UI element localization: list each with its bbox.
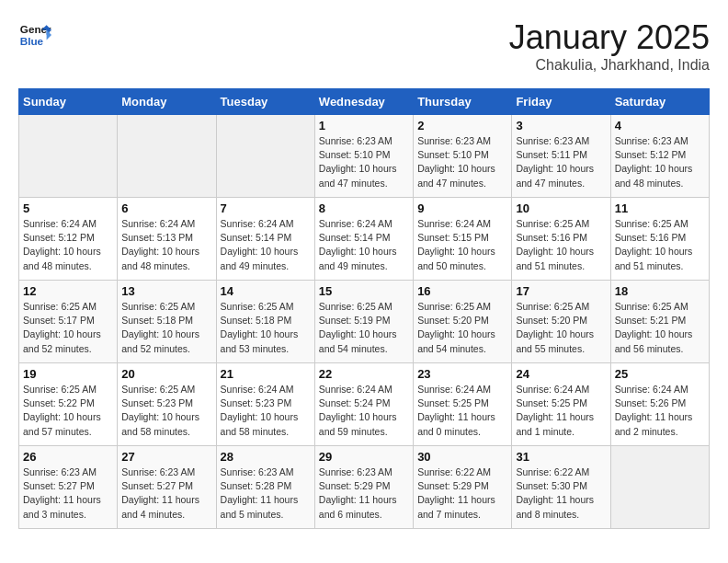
- day-info: Sunrise: 6:24 AM Sunset: 5:25 PM Dayligh…: [417, 383, 507, 439]
- calendar-cell: 6Sunrise: 6:24 AM Sunset: 5:13 PM Daylig…: [118, 198, 216, 281]
- day-info: Sunrise: 6:25 AM Sunset: 5:19 PM Dayligh…: [319, 300, 409, 356]
- calendar-cell: 9Sunrise: 6:24 AM Sunset: 5:15 PM Daylig…: [414, 198, 512, 281]
- day-number: 6: [121, 201, 211, 215]
- calendar-cell: 22Sunrise: 6:24 AM Sunset: 5:24 PM Dayli…: [314, 363, 413, 446]
- day-info: Sunrise: 6:25 AM Sunset: 5:21 PM Dayligh…: [615, 300, 705, 356]
- day-info: Sunrise: 6:23 AM Sunset: 5:12 PM Dayligh…: [615, 134, 705, 190]
- day-info: Sunrise: 6:24 AM Sunset: 5:24 PM Dayligh…: [319, 383, 409, 439]
- calendar-cell: 1Sunrise: 6:23 AM Sunset: 5:10 PM Daylig…: [314, 115, 413, 198]
- svg-text:Blue: Blue: [20, 35, 44, 47]
- weekday-header-tuesday: Tuesday: [216, 89, 314, 115]
- calendar-cell: 29Sunrise: 6:23 AM Sunset: 5:29 PM Dayli…: [314, 446, 413, 529]
- day-info: Sunrise: 6:23 AM Sunset: 5:28 PM Dayligh…: [221, 465, 311, 522]
- calendar-cell: 23Sunrise: 6:24 AM Sunset: 5:25 PM Dayli…: [414, 363, 512, 446]
- day-number: 12: [23, 284, 113, 298]
- calendar-cell: 14Sunrise: 6:25 AM Sunset: 5:18 PM Dayli…: [216, 281, 314, 363]
- calendar-title: January 2025: [509, 18, 710, 57]
- calendar-cell: 18Sunrise: 6:25 AM Sunset: 5:21 PM Dayli…: [610, 281, 709, 363]
- day-number: 29: [319, 450, 409, 464]
- calendar-cell: 31Sunrise: 6:22 AM Sunset: 5:30 PM Dayli…: [512, 446, 610, 529]
- day-info: Sunrise: 6:24 AM Sunset: 5:13 PM Dayligh…: [121, 217, 211, 273]
- calendar-cell: 10Sunrise: 6:25 AM Sunset: 5:16 PM Dayli…: [512, 198, 610, 281]
- page-header: General Blue January 2025 Chakulia, Jhar…: [18, 18, 710, 74]
- day-info: Sunrise: 6:25 AM Sunset: 5:23 PM Dayligh…: [121, 383, 211, 439]
- calendar-cell: 11Sunrise: 6:25 AM Sunset: 5:16 PM Dayli…: [610, 198, 709, 281]
- day-number: 3: [516, 119, 606, 132]
- day-info: Sunrise: 6:25 AM Sunset: 5:18 PM Dayligh…: [121, 300, 211, 356]
- day-number: 20: [121, 367, 211, 381]
- calendar-cell: 26Sunrise: 6:23 AM Sunset: 5:27 PM Dayli…: [19, 446, 118, 529]
- day-info: Sunrise: 6:23 AM Sunset: 5:11 PM Dayligh…: [516, 134, 606, 190]
- day-info: Sunrise: 6:23 AM Sunset: 5:27 PM Dayligh…: [23, 465, 113, 522]
- day-info: Sunrise: 6:24 AM Sunset: 5:23 PM Dayligh…: [221, 383, 311, 439]
- logo-icon: General Blue: [18, 18, 51, 52]
- day-info: Sunrise: 6:24 AM Sunset: 5:14 PM Dayligh…: [319, 217, 409, 273]
- calendar-cell: 3Sunrise: 6:23 AM Sunset: 5:11 PM Daylig…: [512, 115, 610, 198]
- day-info: Sunrise: 6:23 AM Sunset: 5:27 PM Dayligh…: [121, 465, 211, 522]
- calendar-week-row: 12Sunrise: 6:25 AM Sunset: 5:17 PM Dayli…: [19, 281, 710, 363]
- day-number: 21: [221, 367, 311, 381]
- title-block: January 2025 Chakulia, Jharkhand, India: [509, 18, 710, 74]
- calendar-cell: 2Sunrise: 6:23 AM Sunset: 5:10 PM Daylig…: [414, 115, 512, 198]
- day-info: Sunrise: 6:25 AM Sunset: 5:17 PM Dayligh…: [23, 300, 113, 356]
- day-info: Sunrise: 6:25 AM Sunset: 5:18 PM Dayligh…: [221, 300, 311, 356]
- calendar-cell: 17Sunrise: 6:25 AM Sunset: 5:20 PM Dayli…: [512, 281, 610, 363]
- day-info: Sunrise: 6:22 AM Sunset: 5:29 PM Dayligh…: [417, 465, 507, 522]
- calendar-cell: 12Sunrise: 6:25 AM Sunset: 5:17 PM Dayli…: [19, 281, 118, 363]
- day-number: 15: [319, 284, 409, 298]
- calendar-table: SundayMondayTuesdayWednesdayThursdayFrid…: [18, 88, 710, 529]
- calendar-cell: 16Sunrise: 6:25 AM Sunset: 5:20 PM Dayli…: [414, 281, 512, 363]
- calendar-cell: 28Sunrise: 6:23 AM Sunset: 5:28 PM Dayli…: [216, 446, 314, 529]
- day-number: 25: [615, 367, 705, 381]
- day-number: 13: [121, 284, 211, 298]
- day-number: 2: [417, 119, 507, 132]
- weekday-header-friday: Friday: [512, 89, 610, 115]
- day-number: 11: [615, 201, 705, 215]
- day-number: 27: [121, 450, 211, 464]
- calendar-cell: [610, 446, 709, 529]
- calendar-cell: 5Sunrise: 6:24 AM Sunset: 5:12 PM Daylig…: [19, 198, 118, 281]
- day-info: Sunrise: 6:24 AM Sunset: 5:15 PM Dayligh…: [417, 217, 507, 273]
- day-info: Sunrise: 6:22 AM Sunset: 5:30 PM Dayligh…: [516, 465, 606, 522]
- day-number: 19: [23, 367, 113, 381]
- day-number: 30: [417, 450, 507, 464]
- day-number: 8: [319, 201, 409, 215]
- day-number: 14: [221, 284, 311, 298]
- day-number: 24: [516, 367, 606, 381]
- weekday-header-thursday: Thursday: [414, 89, 512, 115]
- day-info: Sunrise: 6:24 AM Sunset: 5:25 PM Dayligh…: [516, 383, 606, 439]
- calendar-week-row: 5Sunrise: 6:24 AM Sunset: 5:12 PM Daylig…: [19, 198, 710, 281]
- day-number: 9: [417, 201, 507, 215]
- calendar-week-row: 26Sunrise: 6:23 AM Sunset: 5:27 PM Dayli…: [19, 446, 710, 529]
- calendar-cell: 20Sunrise: 6:25 AM Sunset: 5:23 PM Dayli…: [118, 363, 216, 446]
- calendar-cell: 25Sunrise: 6:24 AM Sunset: 5:26 PM Dayli…: [610, 363, 709, 446]
- weekday-header-row: SundayMondayTuesdayWednesdayThursdayFrid…: [19, 89, 710, 115]
- weekday-header-sunday: Sunday: [19, 89, 118, 115]
- day-info: Sunrise: 6:25 AM Sunset: 5:16 PM Dayligh…: [516, 217, 606, 273]
- day-info: Sunrise: 6:25 AM Sunset: 5:16 PM Dayligh…: [615, 217, 705, 273]
- calendar-cell: 30Sunrise: 6:22 AM Sunset: 5:29 PM Dayli…: [414, 446, 512, 529]
- day-info: Sunrise: 6:24 AM Sunset: 5:12 PM Dayligh…: [23, 217, 113, 273]
- day-info: Sunrise: 6:25 AM Sunset: 5:20 PM Dayligh…: [516, 300, 606, 356]
- weekday-header-wednesday: Wednesday: [314, 89, 413, 115]
- calendar-cell: [19, 115, 118, 198]
- calendar-cell: 24Sunrise: 6:24 AM Sunset: 5:25 PM Dayli…: [512, 363, 610, 446]
- day-number: 1: [319, 119, 409, 132]
- day-info: Sunrise: 6:23 AM Sunset: 5:10 PM Dayligh…: [417, 134, 507, 190]
- calendar-cell: 7Sunrise: 6:24 AM Sunset: 5:14 PM Daylig…: [216, 198, 314, 281]
- day-number: 5: [23, 201, 113, 215]
- calendar-week-row: 1Sunrise: 6:23 AM Sunset: 5:10 PM Daylig…: [19, 115, 710, 198]
- calendar-cell: 8Sunrise: 6:24 AM Sunset: 5:14 PM Daylig…: [314, 198, 413, 281]
- day-info: Sunrise: 6:23 AM Sunset: 5:10 PM Dayligh…: [319, 134, 409, 190]
- calendar-subtitle: Chakulia, Jharkhand, India: [509, 57, 710, 74]
- day-number: 17: [516, 284, 606, 298]
- day-info: Sunrise: 6:25 AM Sunset: 5:22 PM Dayligh…: [23, 383, 113, 439]
- calendar-cell: 27Sunrise: 6:23 AM Sunset: 5:27 PM Dayli…: [118, 446, 216, 529]
- logo: General Blue: [18, 18, 51, 52]
- calendar-cell: [216, 115, 314, 198]
- day-number: 31: [516, 450, 606, 464]
- day-number: 10: [516, 201, 606, 215]
- day-number: 22: [319, 367, 409, 381]
- calendar-cell: 19Sunrise: 6:25 AM Sunset: 5:22 PM Dayli…: [19, 363, 118, 446]
- day-number: 28: [221, 450, 311, 464]
